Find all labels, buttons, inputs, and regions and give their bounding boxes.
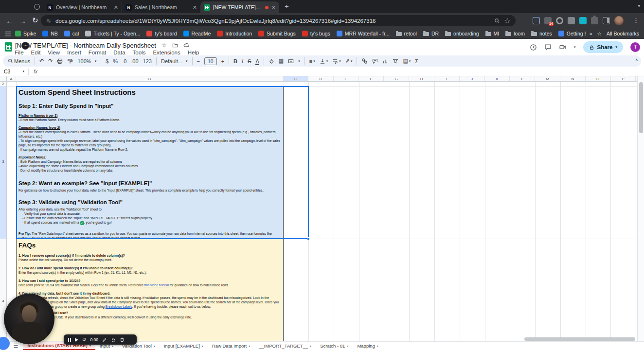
- bookmark-item[interactable]: ty's board: [146, 31, 177, 36]
- side-panel-extension-icon[interactable]: [533, 17, 540, 24]
- undo-button[interactable]: [111, 337, 116, 342]
- contact-team-link[interactable]: Reach out to our team.: [18, 326, 281, 331]
- column-header[interactable]: B: [16, 76, 284, 81]
- comments-icon[interactable]: [544, 44, 552, 51]
- restart-recording-button[interactable]: ↺: [82, 337, 86, 342]
- column-header[interactable]: F: [359, 76, 384, 81]
- all-sheets-icon[interactable]: ☰: [14, 343, 18, 349]
- font-select[interactable]: Default... ▾: [161, 58, 188, 64]
- column-header[interactable]: G: [384, 76, 409, 81]
- site-info-icon[interactable]: [46, 18, 52, 24]
- column-header[interactable]: O: [586, 76, 611, 81]
- spreadsheet-grid[interactable]: ABCDEFGHIJKLMNOP 2 3 4 Custom Spend Shee…: [0, 76, 637, 341]
- share-button[interactable]: Share ▾: [583, 41, 623, 53]
- browser-tab[interactable]: [NEW TEMPLATE] - Nort... ✕: [200, 1, 279, 13]
- sheet-tab-chevron-icon[interactable]: ▾: [249, 344, 250, 348]
- column-header[interactable]: P: [611, 76, 636, 81]
- insert-chart-icon[interactable]: [382, 58, 388, 64]
- column-header[interactable]: I: [434, 76, 460, 81]
- vertical-align-icon[interactable]: ▾: [320, 58, 328, 64]
- create-filter-icon[interactable]: [393, 58, 398, 64]
- decrease-font-icon[interactable]: −: [197, 58, 200, 64]
- bookmark-item[interactable]: NB: [42, 31, 58, 36]
- extension-icon[interactable]: [579, 17, 587, 24]
- borders-icon[interactable]: ▦: [279, 58, 284, 64]
- address-bar[interactable]: docs.google.com/spreadsheets/d/1WDtY0yW5…: [41, 15, 516, 26]
- present-to-meet-icon[interactable]: [559, 44, 567, 51]
- row-header[interactable]: 2: [0, 82, 6, 86]
- horizontal-align-icon[interactable]: ≡▾: [309, 58, 315, 64]
- extension-icon[interactable]: 14: [544, 17, 552, 24]
- draw-pen-button[interactable]: [102, 337, 107, 342]
- text-rotation-icon[interactable]: ⇗▾: [345, 58, 353, 64]
- apps-grid-icon[interactable]: [5, 31, 11, 37]
- bookmark-item[interactable]: retool: [396, 31, 417, 36]
- column-header[interactable]: M: [535, 76, 560, 81]
- back-button[interactable]: ←: [6, 17, 13, 25]
- tab-close-icon[interactable]: ✕: [193, 4, 197, 11]
- table-views-icon[interactable]: ▤▾: [403, 58, 411, 64]
- row-header[interactable]: 4: [0, 299, 6, 303]
- bookmark-item[interactable]: MRR Waterfall - fr...: [337, 31, 390, 36]
- version-history-icon[interactable]: [530, 44, 537, 51]
- reading-list-icon[interactable]: [603, 17, 610, 24]
- extension-icon[interactable]: [556, 17, 563, 24]
- column-header[interactable]: H: [409, 76, 434, 81]
- format-percent-icon[interactable]: %: [113, 58, 118, 64]
- italic-icon[interactable]: I: [242, 58, 243, 64]
- instructions-cell[interactable]: Custom Spend Sheet Instructions Step 1: …: [16, 86, 284, 239]
- bookmark-item[interactable]: MI: [485, 31, 500, 36]
- sheet-tab[interactable]: Mapping ▾: [353, 342, 382, 350]
- forward-button[interactable]: →: [19, 17, 26, 25]
- merge-cells-icon[interactable]: [288, 58, 294, 64]
- column-header[interactable]: L: [510, 76, 535, 81]
- bookmark-item[interactable]: DR: [423, 31, 439, 36]
- browser-profile-avatar[interactable]: [614, 16, 624, 25]
- redo-icon[interactable]: ↷: [48, 58, 53, 64]
- functions-icon[interactable]: Σ: [415, 58, 418, 64]
- text-color-icon[interactable]: A: [255, 58, 259, 64]
- tab-search-icon[interactable]: [34, 4, 40, 10]
- sheet-tab[interactable]: Raw Data Import ▾: [208, 342, 254, 350]
- extension-icon[interactable]: [568, 17, 575, 24]
- document-title[interactable]: [NEW TEMPLATE] - Northbeam Daily Spendsh…: [15, 42, 156, 49]
- tab-close-icon[interactable]: ✕: [271, 4, 276, 11]
- search-icon[interactable]: [494, 18, 500, 24]
- sheet-tab[interactable]: Scratch - 01 ▾: [316, 342, 353, 350]
- sheet-tab-chevron-icon[interactable]: ▾: [112, 344, 113, 348]
- bookmark-item[interactable]: Getting Started wi...: [558, 31, 586, 36]
- column-header[interactable]: D: [308, 76, 334, 81]
- extensions-puzzle-icon[interactable]: [591, 17, 598, 24]
- bookmark-item[interactable]: ReadMe: [183, 31, 211, 36]
- star-icon[interactable]: ☆: [161, 42, 167, 49]
- select-all-corner[interactable]: [0, 76, 7, 82]
- pause-recording-button[interactable]: [68, 338, 71, 342]
- column-header[interactable]: E: [334, 76, 359, 81]
- sheet-tab-chevron-icon[interactable]: ▾: [347, 344, 348, 348]
- all-bookmarks-label[interactable]: All Bookmarks: [607, 31, 639, 36]
- sheet-tab-chevron-icon[interactable]: ▾: [202, 344, 203, 348]
- bookmark-item[interactable]: Submit Bugs: [258, 31, 296, 36]
- text-wrap-icon[interactable]: ▾: [332, 58, 341, 64]
- new-tab-button[interactable]: +: [285, 2, 289, 11]
- insert-link-icon[interactable]: [361, 58, 368, 64]
- fill-color-icon[interactable]: [268, 58, 274, 64]
- format-currency-icon[interactable]: $: [106, 58, 108, 64]
- vertical-scrollbar[interactable]: [637, 76, 644, 341]
- meet-chevron-icon[interactable]: ▾: [574, 45, 576, 49]
- bookmarks-overflow-icon[interactable]: »: [590, 31, 592, 36]
- account-avatar[interactable]: T: [630, 42, 640, 52]
- number-format-icon[interactable]: 123: [143, 58, 152, 64]
- breakdown-labels-link[interactable]: Breakdown Labels: [106, 305, 132, 308]
- sheets-logo-icon[interactable]: [5, 42, 12, 52]
- row-header[interactable]: 3: [0, 159, 6, 164]
- column-header[interactable]: C: [284, 76, 308, 81]
- bookmark-star-icon[interactable]: ☆: [504, 16, 511, 25]
- collapse-toolbar-icon[interactable]: ∧: [635, 57, 638, 62]
- cloud-status-icon[interactable]: [183, 42, 190, 48]
- merge-chevron-icon[interactable]: ▾: [298, 59, 300, 63]
- column-header[interactable]: N: [560, 76, 586, 81]
- bookmark-item[interactable]: notes: [531, 31, 552, 36]
- bookmark-item[interactable]: onboarding: [445, 31, 479, 36]
- decrease-decimal-icon[interactable]: .0: [122, 58, 126, 64]
